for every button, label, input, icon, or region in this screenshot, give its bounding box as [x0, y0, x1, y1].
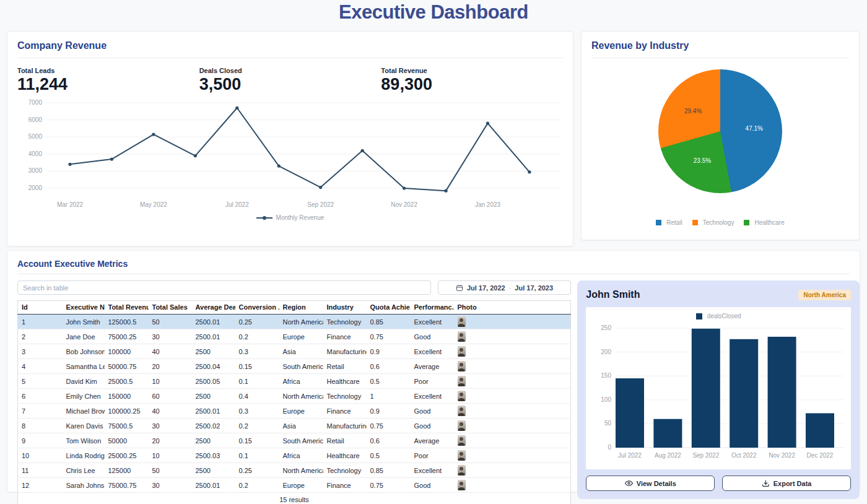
pie-chart-wrap: 47.1%23.5%29.4%: [658, 69, 782, 193]
metrics-body: Jul 17, 2022 · Jul 17, 2023 IdExecutive …: [17, 280, 860, 504]
executive-metrics-table: IdExecutive N...Total RevenueTotal Sales…: [17, 300, 571, 504]
table-cell: Excellent: [411, 344, 454, 359]
pie-legend-item-technology[interactable]: Technology: [692, 219, 734, 226]
industry-pie-chart: [658, 69, 782, 193]
avatar: [458, 450, 466, 461]
table-row[interactable]: 4Samantha Lee50000.75202500.040.15South …: [18, 359, 571, 374]
table-cell: 100000: [105, 344, 149, 359]
bar-legend-label: dealsClosed: [707, 313, 741, 319]
table-cell: Europe: [279, 404, 323, 419]
avatar: [458, 465, 466, 476]
avatar: [458, 480, 466, 490]
table-row[interactable]: 12Sarah Johns...75000.75302500.010.2Euro…: [18, 478, 571, 493]
table-cell: Emily Chen: [63, 389, 105, 404]
svg-text:6000: 6000: [28, 116, 43, 123]
pie-legend-item-retail[interactable]: Retail: [656, 219, 682, 226]
column-header-id[interactable]: Id: [18, 301, 63, 315]
table-cell: 5: [18, 374, 63, 389]
table-cell: 50: [149, 315, 192, 329]
view-details-button[interactable]: View Details: [586, 476, 715, 491]
column-header-executive-n[interactable]: Executive N...: [63, 301, 105, 315]
table-row[interactable]: 11Chris Lee1250005025000.25North America…: [18, 463, 571, 478]
photo-cell: [454, 344, 571, 359]
table-cell: 4: [18, 359, 63, 374]
kpi-deals-closed: Deals Closed 3,500: [199, 67, 381, 94]
svg-text:Nov 2022: Nov 2022: [769, 452, 795, 459]
table-cell: 6: [18, 389, 63, 404]
table-controls: Jul 17, 2022 · Jul 17, 2023: [17, 280, 571, 295]
column-header-conversion[interactable]: Conversion ...: [235, 301, 279, 315]
photo-cell: [454, 448, 571, 463]
svg-text:150: 150: [601, 372, 611, 379]
table-cell: 11: [18, 463, 63, 478]
photo-cell: [454, 419, 571, 433]
table-cell: 1: [367, 389, 411, 404]
table-cell: 0.75: [367, 329, 411, 344]
table-cell: North America: [279, 389, 323, 404]
table-cell: Average: [411, 359, 454, 374]
table-cell: 10: [18, 448, 63, 463]
svg-text:4000: 4000: [28, 150, 43, 157]
company-revenue-card: Company Revenue Total Leads 11,244 Deals…: [7, 31, 573, 246]
table-cell: Michael Brown: [63, 404, 105, 419]
table-cell: 40: [149, 344, 192, 359]
table-cell: Bob Johnson: [63, 344, 105, 359]
svg-text:0: 0: [608, 444, 611, 451]
kpi-value: 89,300: [381, 75, 563, 94]
table-column: Jul 17, 2022 · Jul 17, 2023 IdExecutive …: [17, 280, 571, 504]
table-cell: 0.1: [235, 374, 279, 389]
table-cell: Asia: [279, 419, 323, 433]
table-cell: 2500.02: [192, 419, 235, 433]
line-chart-legend[interactable]: Monthly Revenue: [17, 214, 563, 221]
column-header-quota-achie[interactable]: Quota Achie...: [367, 301, 411, 315]
table-row[interactable]: 5David Kim25000.5102500.050.1AfricaHealt…: [18, 374, 571, 389]
table-row[interactable]: 9Tom Wilson500002025000.15South AmericaR…: [18, 433, 571, 448]
pie-legend-item-healthcare[interactable]: Healthcare: [744, 219, 784, 226]
table-row[interactable]: 6Emily Chen1500006025000.4North AmericaT…: [18, 389, 571, 404]
avatar: [458, 435, 466, 446]
column-header-region[interactable]: Region: [279, 301, 323, 315]
table-results-count: 15 results: [18, 493, 571, 504]
svg-text:Nov 2022: Nov 2022: [391, 201, 417, 208]
table-row[interactable]: 3Bob Johnson1000004025000.3AsiaManufactu…: [18, 344, 571, 359]
table-row[interactable]: 8Karen Davis75000.5302500.020.2AsiaManuf…: [18, 419, 571, 433]
column-header-performanc[interactable]: Performanc...: [411, 301, 454, 315]
column-header-total-sales[interactable]: Total Sales: [149, 301, 192, 315]
svg-text:Jul 2022: Jul 2022: [618, 452, 642, 459]
table-row[interactable]: 10Linda Rodrig...25000.25102500.030.1Afr…: [18, 448, 571, 463]
table-cell: 20: [149, 359, 192, 374]
column-header-photo[interactable]: Photo: [454, 301, 571, 315]
bar-chart-legend[interactable]: dealsClosed: [586, 313, 851, 319]
kpi-label: Total Revenue: [381, 67, 563, 74]
table-cell: 25000.5: [105, 374, 149, 389]
table-cell: 12: [18, 478, 63, 493]
photo-cell: [454, 478, 571, 493]
table-cell: 75000.25: [105, 329, 149, 344]
table-row[interactable]: 1John Smith125000.5502500.010.25North Am…: [18, 315, 571, 329]
table-cell: Africa: [279, 448, 323, 463]
table-cell: 50000: [105, 433, 149, 448]
search-input[interactable]: [17, 280, 431, 295]
column-header-average-dea[interactable]: Average Dea...: [192, 301, 235, 315]
column-header-total-revenue[interactable]: Total Revenue: [105, 301, 149, 315]
table-cell: Healthcare: [323, 374, 367, 389]
table-cell: 2500.01: [192, 329, 235, 344]
date-range-picker[interactable]: Jul 17, 2022 · Jul 17, 2023: [438, 280, 571, 295]
bar-legend-swatch-icon: [696, 313, 702, 319]
kpi-total-revenue: Total Revenue 89,300: [381, 67, 563, 94]
table-cell: 50: [149, 463, 192, 478]
photo-cell: [454, 359, 571, 374]
svg-text:50: 50: [604, 420, 612, 427]
column-header-industry[interactable]: Industry: [323, 301, 367, 315]
table-row[interactable]: 7Michael Brown100000.25402500.010.3Europ…: [18, 404, 571, 419]
table-cell: North America: [279, 463, 323, 478]
revenue-by-industry-card: Revenue by Industry 47.1%23.5%29.4% Reta…: [581, 31, 860, 240]
table-cell: John Smith: [63, 315, 105, 329]
export-data-button[interactable]: Export Data: [722, 476, 851, 491]
table-cell: Excellent: [411, 389, 454, 404]
avatar: [458, 376, 466, 386]
table-header-row: IdExecutive N...Total RevenueTotal Sales…: [18, 301, 571, 315]
table-row[interactable]: 2Jane Doe75000.25302500.010.2EuropeFinan…: [18, 329, 571, 344]
date-range-separator: ·: [509, 284, 512, 292]
photo-cell: [454, 404, 571, 419]
